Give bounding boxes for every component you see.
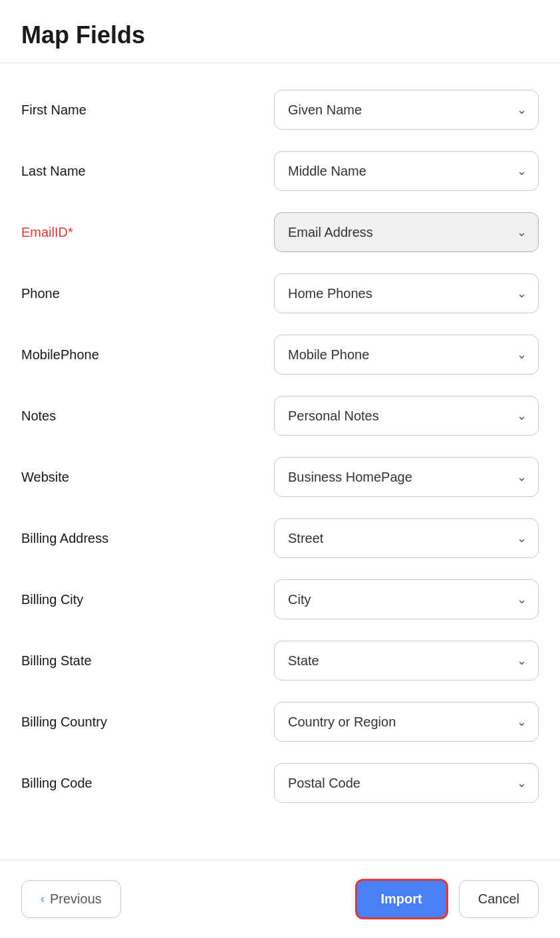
field-row-billing-code: Billing CodePostal Code⌄ bbox=[21, 752, 539, 814]
field-row-billing-state: Billing StateState⌄ bbox=[21, 630, 539, 691]
field-select-phone[interactable]: Home Phones bbox=[274, 273, 539, 313]
field-select-mobile-phone[interactable]: Mobile Phone bbox=[274, 335, 539, 375]
chevron-left-icon: ‹ bbox=[41, 892, 45, 906]
field-label-billing-state: Billing State bbox=[21, 653, 274, 669]
field-row-last-name: Last NameMiddle Name⌄ bbox=[21, 140, 539, 202]
header-divider bbox=[0, 63, 560, 63]
field-select-wrapper-notes: Personal Notes⌄ bbox=[274, 396, 539, 436]
field-select-website[interactable]: Business HomePage bbox=[274, 457, 539, 497]
field-label-billing-address: Billing Address bbox=[21, 531, 274, 546]
previous-button[interactable]: ‹ Previous bbox=[21, 880, 121, 918]
field-select-billing-country[interactable]: Country or Region bbox=[274, 702, 539, 742]
footer-left: ‹ Previous bbox=[21, 880, 345, 918]
footer: ‹ Previous Import Cancel bbox=[0, 860, 560, 938]
field-label-mobile-phone: MobilePhone bbox=[21, 347, 274, 363]
field-select-first-name[interactable]: Given Name bbox=[274, 90, 539, 130]
field-label-website: Website bbox=[21, 470, 274, 485]
field-select-billing-code[interactable]: Postal Code bbox=[274, 763, 539, 803]
field-row-website: WebsiteBusiness HomePage⌄ bbox=[21, 446, 539, 508]
field-select-wrapper-mobile-phone: Mobile Phone⌄ bbox=[274, 335, 539, 375]
field-label-first-name: First Name bbox=[21, 102, 274, 118]
page-container: Map Fields First NameGiven Name⌄Last Nam… bbox=[0, 0, 560, 938]
previous-label: Previous bbox=[50, 891, 102, 907]
field-select-wrapper-billing-code: Postal Code⌄ bbox=[274, 763, 539, 803]
field-label-last-name: Last Name bbox=[21, 164, 274, 179]
field-select-wrapper-billing-city: City⌄ bbox=[274, 579, 539, 619]
field-select-wrapper-phone: Home Phones⌄ bbox=[274, 273, 539, 313]
field-row-phone: PhoneHome Phones⌄ bbox=[21, 263, 539, 324]
field-select-notes[interactable]: Personal Notes bbox=[274, 396, 539, 436]
field-label-billing-country: Billing Country bbox=[21, 714, 274, 730]
cancel-button[interactable]: Cancel bbox=[459, 880, 539, 918]
field-select-wrapper-website: Business HomePage⌄ bbox=[274, 457, 539, 497]
import-button[interactable]: Import bbox=[355, 879, 448, 919]
field-row-billing-country: Billing CountryCountry or Region⌄ bbox=[21, 691, 539, 752]
field-select-billing-city[interactable]: City bbox=[274, 579, 539, 619]
footer-right: Import Cancel bbox=[355, 879, 539, 919]
page-title: Map Fields bbox=[0, 0, 560, 63]
field-label-billing-code: Billing Code bbox=[21, 776, 274, 791]
field-row-mobile-phone: MobilePhoneMobile Phone⌄ bbox=[21, 324, 539, 385]
field-select-wrapper-last-name: Middle Name⌄ bbox=[274, 151, 539, 191]
fields-container: First NameGiven Name⌄Last NameMiddle Nam… bbox=[0, 74, 560, 854]
field-select-wrapper-billing-state: State⌄ bbox=[274, 641, 539, 681]
field-row-billing-address: Billing AddressStreet⌄ bbox=[21, 508, 539, 569]
field-select-wrapper-email-id: Email Address⌄ bbox=[274, 212, 539, 252]
field-label-email-id: EmailID* bbox=[21, 225, 274, 240]
field-select-wrapper-billing-address: Street⌄ bbox=[274, 518, 539, 558]
field-label-billing-city: Billing City bbox=[21, 592, 274, 607]
field-row-first-name: First NameGiven Name⌄ bbox=[21, 79, 539, 140]
field-row-email-id: EmailID*Email Address⌄ bbox=[21, 202, 539, 263]
field-select-billing-state[interactable]: State bbox=[274, 641, 539, 681]
field-row-billing-city: Billing CityCity⌄ bbox=[21, 569, 539, 630]
field-select-email-id[interactable]: Email Address bbox=[274, 212, 539, 252]
field-row-notes: NotesPersonal Notes⌄ bbox=[21, 385, 539, 446]
cancel-label: Cancel bbox=[478, 891, 519, 906]
field-select-wrapper-first-name: Given Name⌄ bbox=[274, 90, 539, 130]
field-select-billing-address[interactable]: Street bbox=[274, 518, 539, 558]
import-label: Import bbox=[381, 891, 422, 906]
field-label-notes: Notes bbox=[21, 408, 274, 424]
field-select-wrapper-billing-country: Country or Region⌄ bbox=[274, 702, 539, 742]
field-label-phone: Phone bbox=[21, 286, 274, 301]
field-select-last-name[interactable]: Middle Name bbox=[274, 151, 539, 191]
